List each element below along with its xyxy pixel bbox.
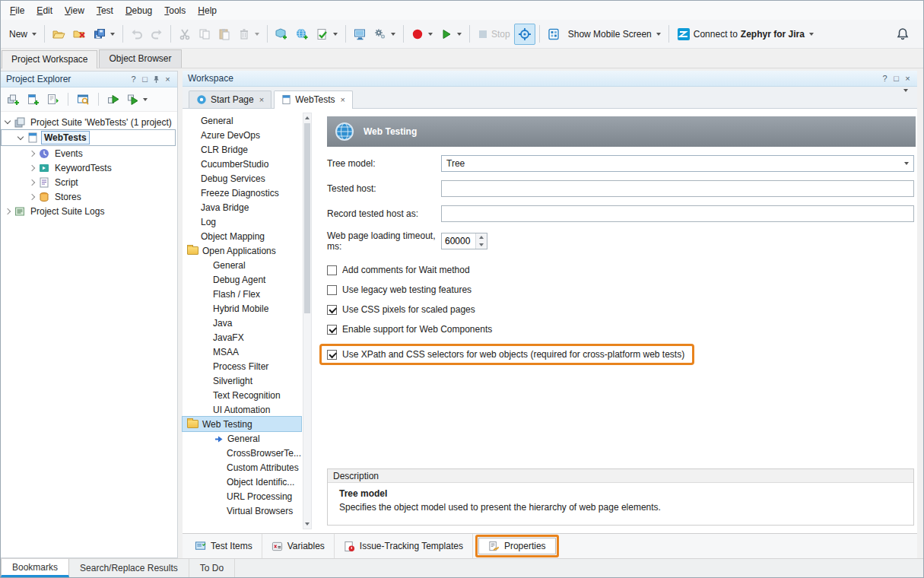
close-tab-icon[interactable]: × bbox=[341, 95, 345, 104]
expand-icon[interactable] bbox=[29, 164, 35, 170]
options-button[interactable] bbox=[370, 24, 399, 44]
open-file-button[interactable] bbox=[49, 24, 69, 44]
tree-item-events[interactable]: Events bbox=[1, 146, 177, 160]
checkbox[interactable] bbox=[327, 350, 337, 360]
expand-icon[interactable] bbox=[29, 193, 35, 199]
float-panel-button[interactable]: □ bbox=[891, 73, 902, 84]
help-button[interactable]: ? bbox=[879, 73, 891, 84]
add-project-button[interactable] bbox=[24, 91, 42, 108]
bottom-tab-issue-tracking-templates[interactable]: Issue-Tracking Templates bbox=[335, 534, 473, 558]
record-host-input[interactable] bbox=[441, 205, 914, 222]
tree-item-keywordtests[interactable]: KeywordTests bbox=[1, 160, 177, 175]
bottom-tab-test-items[interactable]: Test Items bbox=[186, 534, 262, 558]
add-web-item-button[interactable] bbox=[292, 24, 313, 44]
settings-nav-item-text-recognition[interactable]: Text Recognition bbox=[183, 388, 301, 402]
settings-nav-item-crossbrowserte[interactable]: CrossBrowserTe... bbox=[183, 446, 301, 460]
menu-tools[interactable]: Tools bbox=[158, 2, 192, 19]
run-project-button[interactable] bbox=[105, 91, 122, 108]
tab-list-dropdown-button[interactable] bbox=[899, 89, 911, 106]
settings-nav-item-process-filter[interactable]: Process Filter bbox=[183, 359, 301, 373]
spin-down-icon[interactable] bbox=[476, 241, 487, 249]
scroll-down-icon[interactable] bbox=[303, 519, 311, 529]
undo-button[interactable] bbox=[127, 24, 147, 44]
timeout-input[interactable] bbox=[442, 233, 475, 249]
settings-nav-item-debug-services[interactable]: Debug Services bbox=[183, 171, 301, 186]
tab-webtests[interactable]: WebTests × bbox=[274, 91, 353, 109]
settings-nav-item-hybrid-mobile[interactable]: Hybrid Mobile bbox=[183, 301, 301, 316]
settings-nav-item-object-identific[interactable]: Object Identific... bbox=[183, 475, 301, 489]
expand-icon[interactable] bbox=[5, 208, 11, 214]
menu-view[interactable]: View bbox=[59, 2, 90, 19]
connect-zephyr-button[interactable]: Connect toZephyr for Jira bbox=[673, 24, 818, 45]
tree-model-select[interactable]: Tree bbox=[441, 155, 914, 172]
open-item-button[interactable] bbox=[44, 91, 62, 108]
close-panel-button[interactable]: × bbox=[162, 74, 173, 85]
settings-nav-item-general[interactable]: General bbox=[183, 431, 301, 446]
dock-tab-search-replace-results[interactable]: Search/Replace Results bbox=[69, 559, 189, 577]
settings-nav-item-msaa[interactable]: MSAA bbox=[183, 345, 301, 359]
checkbox[interactable] bbox=[327, 305, 337, 315]
menu-edit[interactable]: Edit bbox=[30, 2, 59, 19]
settings-nav-item-debug-agent[interactable]: Debug Agent bbox=[183, 272, 301, 287]
settings-nav-item-freeze-diagnostics[interactable]: Freeze Diagnostics bbox=[183, 186, 301, 200]
object-browser-button[interactable] bbox=[75, 91, 92, 108]
menu-file[interactable]: File bbox=[4, 2, 30, 19]
stop-button[interactable]: Stop bbox=[474, 25, 514, 43]
add-item-button[interactable] bbox=[271, 24, 292, 44]
point-and-fix-button[interactable] bbox=[514, 24, 535, 45]
float-panel-button[interactable]: □ bbox=[139, 74, 151, 85]
tree-item-stores[interactable]: Stores bbox=[1, 189, 177, 204]
settings-nav-item-general[interactable]: General bbox=[183, 113, 301, 128]
checkbox-row-enable-support-for-web-compone[interactable]: Enable support for Web Components bbox=[327, 324, 916, 335]
checkbox[interactable] bbox=[327, 285, 337, 295]
scroll-up-icon[interactable] bbox=[303, 113, 311, 122]
settings-nav-item-object-mapping[interactable]: Object Mapping bbox=[183, 229, 301, 243]
menu-debug[interactable]: Debug bbox=[119, 2, 158, 19]
dock-tab-to-do[interactable]: To Do bbox=[189, 559, 235, 577]
run-button[interactable] bbox=[437, 24, 465, 44]
add-project-suite-button[interactable] bbox=[5, 91, 22, 108]
settings-nav-item-ui-automation[interactable]: UI Automation bbox=[183, 402, 301, 417]
checkbox-row-use-xpath-and-css-selectors-fo[interactable]: Use XPath and CSS selectors for web obje… bbox=[327, 349, 684, 360]
checkbox-row-use-legacy-web-testing-feature[interactable]: Use legacy web testing features bbox=[327, 284, 916, 295]
menu-help[interactable]: Help bbox=[192, 2, 223, 19]
settings-nav-item-javafx[interactable]: JavaFX bbox=[183, 330, 301, 345]
close-file-button[interactable] bbox=[69, 24, 90, 44]
mobile-grid-button[interactable] bbox=[544, 24, 564, 44]
notifications-button[interactable] bbox=[893, 24, 913, 44]
tree-item-project[interactable]: WebTests bbox=[1, 129, 176, 146]
tree-item-suite[interactable]: Project Suite 'WebTests' (1 project) bbox=[1, 115, 177, 129]
settings-nav-item-clr-bridge[interactable]: CLR Bridge bbox=[183, 142, 301, 157]
settings-nav-item-log[interactable]: Log bbox=[183, 214, 301, 229]
settings-nav-item-web-testing[interactable]: Web Testing bbox=[183, 417, 301, 431]
tab-project-workspace[interactable]: Project Workspace bbox=[2, 50, 97, 68]
spin-up-icon[interactable] bbox=[476, 233, 487, 241]
settings-nav-item-url-processing[interactable]: URL Processing bbox=[183, 489, 301, 503]
settings-nav-item-java-bridge[interactable]: Java Bridge bbox=[183, 200, 301, 214]
collapse-icon[interactable] bbox=[5, 118, 11, 124]
bottom-tab-variables[interactable]: Variables bbox=[262, 534, 335, 558]
delete-button[interactable] bbox=[234, 24, 263, 44]
checkbox[interactable] bbox=[327, 325, 337, 335]
cut-button[interactable] bbox=[175, 24, 195, 44]
close-panel-button[interactable]: × bbox=[902, 73, 913, 84]
checkbox[interactable] bbox=[327, 265, 337, 275]
redo-button[interactable] bbox=[147, 24, 167, 44]
tree-item-script[interactable]: Script bbox=[1, 175, 177, 189]
settings-nav-item-open-applications[interactable]: Open Applications bbox=[183, 243, 301, 258]
settings-nav-item-flash-flex[interactable]: Flash / Flex bbox=[183, 287, 301, 301]
settings-nav-item-general[interactable]: General bbox=[183, 258, 301, 272]
settings-nav-item-cucumberstudio[interactable]: CucumberStudio bbox=[183, 157, 301, 171]
settings-nav-item-azure-devops[interactable]: Azure DevOps bbox=[183, 128, 301, 142]
enable-check-button[interactable] bbox=[313, 24, 341, 44]
settings-nav-item-custom-attributes[interactable]: Custom Attributes bbox=[183, 460, 301, 475]
save-all-button[interactable] bbox=[90, 24, 119, 44]
settings-nav-scrollbar[interactable] bbox=[303, 113, 312, 529]
copy-button[interactable] bbox=[195, 24, 214, 44]
expand-icon[interactable] bbox=[29, 179, 35, 185]
bottom-tab-properties[interactable]: Properties bbox=[478, 538, 556, 554]
close-tab-icon[interactable]: × bbox=[259, 95, 264, 104]
tab-start-page[interactable]: Start Page × bbox=[189, 91, 271, 108]
tab-object-browser[interactable]: Object Browser bbox=[99, 49, 181, 68]
settings-nav-item-silverlight[interactable]: Silverlight bbox=[183, 373, 301, 388]
